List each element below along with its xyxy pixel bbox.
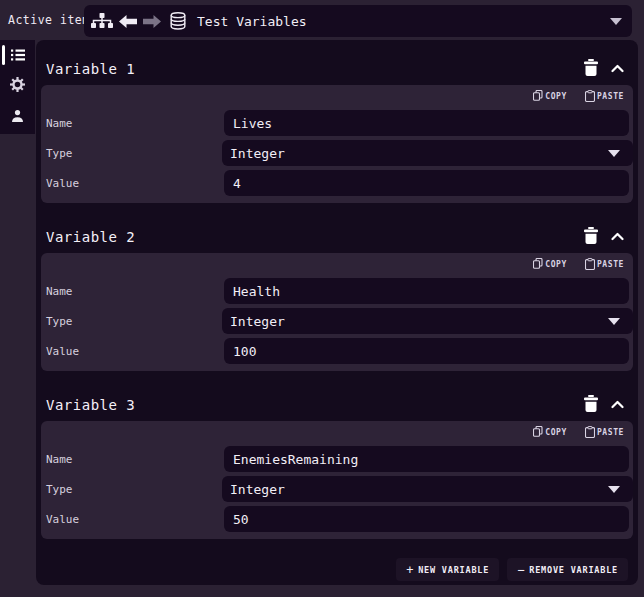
type-row: Type Integer [41, 476, 633, 502]
new-variable-label: NEW VARIABLE [418, 565, 489, 575]
name-row: Name [41, 278, 633, 304]
forward-arrow-icon[interactable] [143, 15, 161, 28]
variable-value-input[interactable] [224, 338, 629, 364]
delete-variable-button[interactable] [582, 57, 600, 81]
collapse-section-button[interactable] [609, 395, 626, 414]
type-label: Type [41, 483, 222, 496]
variable-header: Variable 2 [41, 220, 633, 253]
card-toolbar: COPY PASTE [41, 423, 633, 442]
value-row: Value [41, 170, 633, 196]
delete-variable-button[interactable] [582, 393, 600, 417]
chevron-down-icon [608, 150, 620, 157]
paste-button[interactable]: PASTE [585, 90, 624, 104]
name-row: Name [41, 446, 633, 472]
new-variable-button[interactable]: + NEW VARIABLE [396, 558, 499, 581]
variables-panel: Variable 1 [36, 40, 638, 585]
name-label: Name [41, 117, 222, 130]
chevron-up-icon [611, 61, 624, 76]
paste-icon [585, 90, 595, 104]
copy-button[interactable]: COPY [533, 90, 567, 103]
variable-card: COPY PASTE Name Type [41, 421, 633, 539]
plus-icon: + [406, 563, 414, 577]
type-label: Type [41, 315, 222, 328]
paste-button[interactable]: PASTE [585, 426, 624, 440]
type-select-value: Integer [230, 146, 285, 161]
variable-value-input[interactable] [224, 506, 629, 532]
variables-editor-screen: Active item: [0, 0, 644, 597]
copy-icon [533, 90, 543, 103]
minus-icon: − [517, 563, 525, 577]
sidebar [0, 40, 35, 134]
copy-button[interactable]: COPY [533, 426, 567, 439]
chevron-up-icon [611, 397, 624, 412]
variable-header: Variable 3 [41, 388, 633, 421]
variable-title: Variable 1 [46, 61, 135, 77]
value-row: Value [41, 338, 633, 364]
type-select-value: Integer [230, 482, 285, 497]
variable-card: COPY PASTE Name Type [41, 85, 633, 203]
remove-variable-button[interactable]: − REMOVE VARIABLE [507, 558, 628, 581]
paste-icon [585, 258, 595, 272]
list-icon [11, 46, 25, 65]
paste-icon [585, 426, 595, 440]
name-label: Name [41, 453, 222, 466]
person-icon [11, 108, 24, 127]
sitemap-icon [91, 13, 113, 29]
copy-icon [533, 258, 543, 271]
trash-icon [584, 59, 598, 79]
variable-header: Variable 1 [41, 52, 633, 85]
value-row: Value [41, 506, 633, 532]
gear-icon [10, 77, 25, 96]
type-row: Type Integer [41, 308, 633, 334]
name-label: Name [41, 285, 222, 298]
sidebar-item-variables[interactable] [0, 40, 35, 71]
chevron-down-icon [610, 18, 622, 25]
name-row: Name [41, 110, 633, 136]
card-toolbar: COPY PASTE [41, 87, 633, 106]
delete-variable-button[interactable] [582, 225, 600, 249]
sidebar-item-settings[interactable] [0, 71, 35, 102]
chevron-up-icon [611, 229, 624, 244]
variable-title: Variable 2 [46, 229, 135, 245]
database-icon [170, 12, 186, 30]
copy-label: COPY [545, 92, 567, 101]
paste-label: PASTE [597, 260, 624, 269]
variable-type-select[interactable]: Integer [222, 140, 633, 166]
collapse-section-button[interactable] [609, 59, 626, 78]
copy-icon [533, 426, 543, 439]
variable-card: COPY PASTE Name Type [41, 253, 633, 371]
trash-icon [584, 227, 598, 247]
paste-button[interactable]: PASTE [585, 258, 624, 272]
variable-name-input[interactable] [224, 278, 629, 304]
paste-label: PASTE [597, 428, 624, 437]
panel-footer: + NEW VARIABLE − REMOVE VARIABLE [396, 558, 628, 581]
value-label: Value [41, 177, 222, 190]
remove-variable-label: REMOVE VARIABLE [529, 565, 618, 575]
type-label: Type [41, 147, 222, 160]
trash-icon [584, 395, 598, 415]
variable-type-select[interactable]: Integer [222, 476, 633, 502]
paste-label: PASTE [597, 92, 624, 101]
value-label: Value [41, 513, 222, 526]
type-row: Type Integer [41, 140, 633, 166]
value-label: Value [41, 345, 222, 358]
active-item-dropdown[interactable]: Test Variables [84, 5, 632, 37]
active-item-name: Test Variables [197, 14, 307, 29]
variable-type-select[interactable]: Integer [222, 308, 633, 334]
chevron-down-icon [608, 486, 620, 493]
copy-label: COPY [545, 260, 567, 269]
variable-name-input[interactable] [224, 110, 629, 136]
back-arrow-icon[interactable] [119, 15, 137, 28]
variable-value-input[interactable] [224, 170, 629, 196]
variable-name-input[interactable] [224, 446, 629, 472]
collapse-section-button[interactable] [609, 227, 626, 246]
copy-label: COPY [545, 428, 567, 437]
variable-title: Variable 3 [46, 397, 135, 413]
copy-button[interactable]: COPY [533, 258, 567, 271]
active-tab-indicator [2, 45, 5, 65]
sidebar-item-player[interactable] [0, 102, 35, 133]
type-select-value: Integer [230, 314, 285, 329]
chevron-down-icon [608, 318, 620, 325]
card-toolbar: COPY PASTE [41, 255, 633, 274]
